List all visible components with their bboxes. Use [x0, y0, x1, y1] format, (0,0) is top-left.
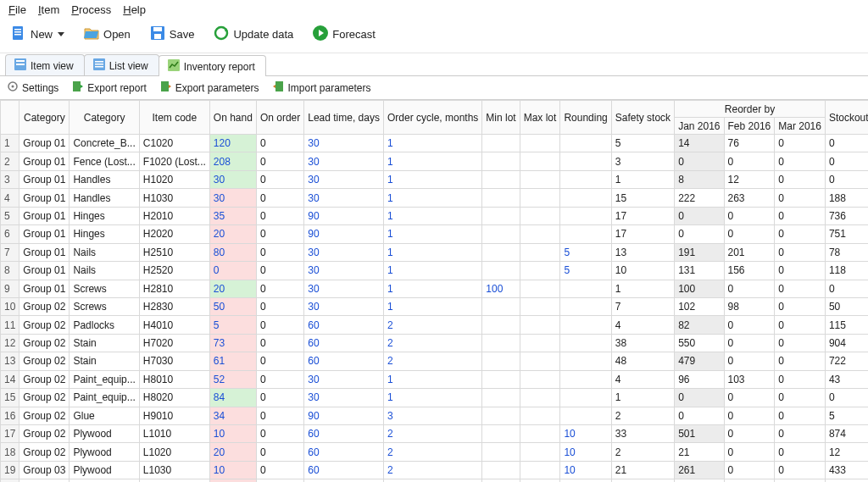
cell-cycle[interactable]: 1 [383, 189, 481, 207]
cell-onhand[interactable]: 10 [209, 425, 256, 443]
cell-round[interactable] [560, 135, 611, 152]
cell-onorder[interactable]: 0 [256, 135, 303, 152]
cell-onhand[interactable]: 0 [209, 262, 256, 280]
open-button[interactable]: Open [80, 23, 134, 46]
cell-code[interactable]: H2830 [139, 297, 209, 315]
cell-feb[interactable]: 12 [724, 170, 775, 188]
row-number[interactable]: 3 [1, 170, 19, 188]
cell-round[interactable]: 10 [560, 461, 611, 479]
cell-mar[interactable]: 0 [775, 152, 826, 170]
row-number[interactable]: 5 [1, 207, 19, 224]
cell-min[interactable] [482, 389, 520, 407]
cell-cat1[interactable]: Group 02 [19, 407, 70, 424]
cell-cat1[interactable]: Group 02 [19, 297, 70, 315]
cell-cycle[interactable]: 1 [383, 135, 481, 152]
cell-min[interactable] [482, 297, 520, 315]
table-row[interactable]: 5Group 01HingesH2010350901170007360 [1, 207, 869, 224]
cell-safety[interactable]: 4 [611, 370, 674, 388]
table-row[interactable]: 1Group 01Concrete_B...C10201200301514760… [1, 135, 869, 152]
cell-cat2[interactable]: Nails [70, 243, 139, 261]
cell-round[interactable] [560, 207, 611, 224]
cell-stockout[interactable]: 118 [825, 262, 868, 280]
cell-safety[interactable]: 2 [611, 443, 674, 461]
cell-cat1[interactable]: Group 03 [19, 461, 70, 479]
header-rownum[interactable] [1, 101, 19, 135]
cell-lead[interactable]: 60 [304, 334, 384, 352]
cell-lead[interactable]: 60 [304, 443, 384, 461]
cell-safety[interactable]: 7 [611, 297, 674, 315]
header-stockout[interactable]: Stockout [825, 101, 868, 135]
cell-feb[interactable]: 0 [724, 152, 775, 170]
cell-jan[interactable]: 261 [675, 461, 724, 479]
cell-cat2[interactable]: Padlocks [70, 316, 139, 334]
cell-jan[interactable]: 0 [675, 225, 724, 243]
cell-min[interactable] [482, 207, 520, 224]
cell-max[interactable] [520, 461, 560, 479]
cell-onhand[interactable]: 84 [209, 389, 256, 407]
row-number[interactable]: 16 [1, 407, 19, 424]
cell-onorder[interactable]: 0 [256, 461, 303, 479]
cell-stockout[interactable]: 751 [825, 225, 868, 243]
cell-safety[interactable]: 3 [611, 152, 674, 170]
cell-cat1[interactable]: Group 01 [19, 207, 70, 224]
cell-safety[interactable]: 2 [611, 407, 674, 424]
table-row[interactable]: 8Group 01NailsH25200030151013115601180 [1, 262, 869, 280]
cell-onhand[interactable]: 61 [209, 352, 256, 370]
cell-code[interactable]: H8010 [139, 370, 209, 388]
cell-code[interactable]: H1030 [139, 189, 209, 207]
cell-stockout[interactable]: 78 [825, 243, 868, 261]
table-row[interactable]: 3Group 01HandlesH10203003011812000 [1, 170, 869, 188]
cell-cat2[interactable]: Concrete_B... [70, 135, 139, 152]
cell-feb[interactable]: 0 [724, 316, 775, 334]
cell-min[interactable] [482, 243, 520, 261]
cell-min[interactable] [482, 189, 520, 207]
cell-cat1[interactable]: Group 02 [19, 443, 70, 461]
cell-safety[interactable]: 21 [611, 461, 674, 479]
row-number[interactable]: 19 [1, 461, 19, 479]
row-number[interactable]: 7 [1, 243, 19, 261]
cell-feb[interactable]: 98 [724, 297, 775, 315]
cell-jan[interactable]: 21 [675, 443, 724, 461]
cell-onhand[interactable]: 30 [209, 189, 256, 207]
cell-onorder[interactable]: 0 [256, 352, 303, 370]
cell-cat2[interactable]: Plywood [70, 461, 139, 479]
table-row[interactable]: 16Group 02GlueH9010340903200050 [1, 407, 869, 424]
cell-mar[interactable]: 0 [775, 170, 826, 188]
cell-onorder[interactable]: 0 [256, 225, 303, 243]
cell-lead[interactable]: 30 [304, 389, 384, 407]
inventory-table[interactable]: Category Category Item code On hand On o… [0, 100, 868, 482]
cell-min[interactable] [482, 443, 520, 461]
cell-code[interactable]: H8020 [139, 389, 209, 407]
cell-cat1[interactable]: Group 01 [19, 170, 70, 188]
cell-cat2[interactable]: Stain [70, 352, 139, 370]
cell-cat1[interactable]: Group 02 [19, 370, 70, 388]
cell-stockout[interactable]: 43 [825, 370, 868, 388]
cell-onorder[interactable]: 0 [256, 280, 303, 297]
cell-stockout[interactable]: 12 [825, 443, 868, 461]
cell-safety[interactable]: 4 [611, 316, 674, 334]
cell-cat2[interactable]: Nails [70, 262, 139, 280]
cell-feb[interactable]: 0 [724, 352, 775, 370]
cell-onhand[interactable]: 20 [209, 225, 256, 243]
header-jan[interactable]: Jan 2016 [675, 118, 724, 135]
cell-min[interactable] [482, 370, 520, 388]
cell-round[interactable]: 10 [560, 425, 611, 443]
header-category1[interactable]: Category [19, 101, 70, 135]
cell-safety[interactable]: 38 [611, 334, 674, 352]
cell-code[interactable]: H2020 [139, 225, 209, 243]
cell-round[interactable] [560, 152, 611, 170]
cell-onhand[interactable]: 35 [209, 207, 256, 224]
cell-feb[interactable]: 0 [724, 425, 775, 443]
cell-cat2[interactable]: Glue [70, 407, 139, 424]
cell-jan[interactable]: 8 [675, 170, 724, 188]
cell-max[interactable] [520, 152, 560, 170]
cell-onhand[interactable]: 30 [209, 170, 256, 188]
cell-round[interactable]: 10 [560, 443, 611, 461]
cell-lead[interactable]: 60 [304, 352, 384, 370]
cell-cycle[interactable]: 2 [383, 461, 481, 479]
cell-min[interactable] [482, 152, 520, 170]
cell-code[interactable]: H2010 [139, 207, 209, 224]
cell-jan[interactable]: 191 [675, 243, 724, 261]
cell-cycle[interactable]: 2 [383, 334, 481, 352]
header-on-order[interactable]: On order [256, 101, 303, 135]
